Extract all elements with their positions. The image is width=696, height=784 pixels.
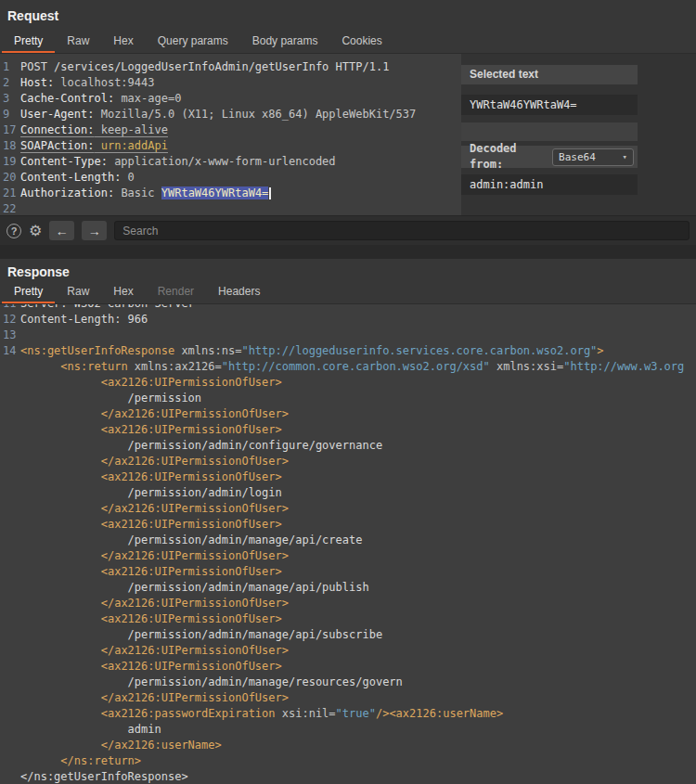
code-segment [20,502,101,515]
line-content: /permission/admin/login [17,485,282,501]
line-content: </ns:return> [17,753,141,769]
code-segment: SOAPAction: [20,139,94,152]
line-content: </ax2126:UIPermissionOfUser> [17,454,289,469]
line-number [0,611,17,627]
line-number [0,533,17,548]
code-segment: <ax2126:UIPermissionOfUser> [101,612,282,625]
code-segment [20,597,101,610]
code-line: 11Server: WSO2 Carbon Server [0,304,696,312]
request-tab-cookies[interactable]: Cookies [329,32,393,53]
code-segment: /permission/admin/manage/resources/gover… [20,675,403,688]
line-content: </ax2126:UIPermissionOfUser> [17,548,289,564]
code-line: </ax2126:UIPermissionOfUser> [0,643,696,659]
code-line: 12Content-Length: 966 [0,312,696,328]
selected-text-value[interactable]: YWRtaW46YWRtaW4= [461,95,638,115]
request-tab-pretty[interactable]: Pretty [2,32,55,53]
code-segment: Cache-Control: [20,92,114,105]
line-content: admin [17,722,161,738]
line-number: 9 [0,107,17,122]
decoded-value[interactable]: admin:admin [461,174,638,195]
line-content: <ns:getUserInfoResponse xmlns:ns="http:/… [17,343,604,359]
request-tab-query-params[interactable]: Query params [146,32,240,53]
code-segment: <ax2126:UIPermissionOfUser> [101,518,282,531]
help-icon[interactable]: ? [6,224,21,238]
search-input[interactable] [114,221,690,240]
line-content: /permission/admin/manage/api/create [17,533,362,548]
line-content: <ax2126:UIPermissionOfUser> [17,659,282,675]
code-segment: xmlns:ns= [174,344,241,357]
line-number [0,580,17,596]
code-segment: Content-Type: [20,155,108,168]
response-title: Response [0,259,696,283]
response-tab-raw[interactable]: Raw [55,283,101,303]
code-segment: urn:addApi [94,139,167,152]
code-segment: User-Agent: [20,108,94,121]
code-segment: </ns:getUserInfoResponse> [20,770,188,783]
response-tab-headers[interactable]: Headers [206,283,272,303]
code-line: <ax2126:UIPermissionOfUser> [0,611,696,627]
line-content: <ax2126:UIPermissionOfUser> [17,375,282,391]
code-segment [20,360,60,373]
code-segment: /permission/admin/login [20,486,282,499]
code-segment: </ax2126:userName> [101,739,222,752]
response-panel: Response Pretty Raw Hex Render Headers 1… [0,259,696,784]
code-segment [20,707,101,720]
response-tab-hex[interactable]: Hex [101,283,145,303]
code-segment: admin [20,723,161,736]
code-segment: "http://common.core.carbon.wso2.org/xsd" [222,360,490,373]
message-toolbar: ? ⚙ ← → [0,215,696,245]
response-tab-pretty[interactable]: Pretty [2,283,55,303]
code-segment: xsi:nil= [276,707,336,720]
line-number: 3 [0,91,17,107]
text-caret [269,187,271,199]
inspector-spacer [461,122,638,141]
code-segment: Mozilla/5.0 (X11; Linux x86_64) AppleWeb… [94,108,416,121]
decoded-from-dropdown[interactable]: Base64 ▾ [552,148,634,166]
code-line: <ax2126:UIPermissionOfUser> [0,375,696,391]
request-tab-raw[interactable]: Raw [55,32,101,53]
code-segment: /permission/admin/manage/api/subscribe [20,628,382,641]
line-content [17,201,20,215]
code-segment [20,565,101,578]
code-segment: /permission/admin/configure/governance [20,439,382,452]
line-content: POST /services/LoggedUserInfoAdmin/getUs… [17,59,389,75]
line-content: /permission/admin/manage/api/subscribe [17,627,382,643]
line-content: <ns:return xmlns:ax2126="http://common.c… [17,359,684,375]
line-content: /permission/admin/configure/governance [17,438,382,454]
request-title: Request [0,0,696,33]
request-tab-body-params[interactable]: Body params [240,32,330,53]
line-content: </ax2126:UIPermissionOfUser> [17,690,289,706]
line-number [0,548,17,564]
line-number [0,564,17,580]
code-segment: > [597,344,603,357]
code-segment: </ax2126:UIPermissionOfUser> [101,549,289,562]
request-code[interactable]: 1POST /services/LoggedUserInfoAdmin/getU… [0,54,696,215]
line-content: Host: localhost:9443 [17,75,155,91]
line-number [0,738,17,753]
next-match-button[interactable]: → [82,221,107,240]
line-number [0,722,17,738]
code-line: </ax2126:UIPermissionOfUser> [0,596,696,611]
line-content: /permission/admin/manage/api/publish [17,580,369,596]
code-segment [20,470,101,483]
code-segment: <ax2126:passwordExpiration [101,707,276,720]
code-segment [20,549,101,562]
line-number [0,627,17,643]
line-content: User-Agent: Mozilla/5.0 (X11; Linux x86_… [17,107,416,122]
code-segment: <ax2126:UIPermissionOfUser> [101,423,282,436]
response-code[interactable]: 11Server: WSO2 Carbon Server12Content-Le… [0,304,696,784]
selected-text-header: Selected text [461,65,638,84]
request-tab-hex[interactable]: Hex [101,32,145,53]
code-line: /permission/admin/manage/api/subscribe [0,627,696,643]
code-segment [20,376,101,389]
line-number [0,753,17,769]
line-number: 13 [0,328,17,343]
code-segment: xmlns:xsi= [490,360,563,373]
previous-match-button[interactable]: ← [49,221,74,240]
code-segment: /permission [20,392,201,405]
code-line: <ax2126:UIPermissionOfUser> [0,422,696,438]
code-segment: /permission/admin/manage/api/create [20,533,362,546]
line-number [0,675,17,690]
line-content: </ax2126:UIPermissionOfUser> [17,406,289,422]
gear-icon[interactable]: ⚙ [29,224,42,238]
